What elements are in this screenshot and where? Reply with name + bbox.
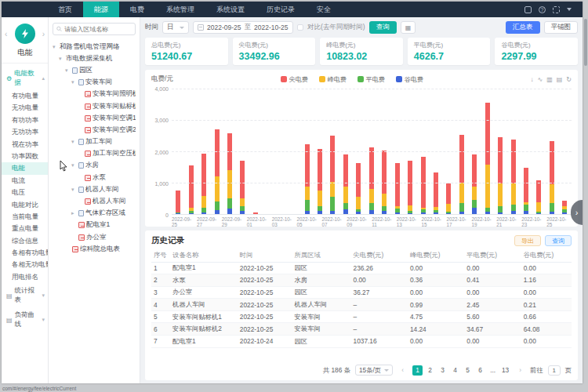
per-page-select[interactable]: 15条/页 xyxy=(355,365,393,376)
tree-caret-icon[interactable]: ▸ xyxy=(71,210,77,216)
menu-section-统计报表[interactable]: ▤统计报表▾ xyxy=(2,283,48,307)
tree-node-园区[interactable]: ▾园区 xyxy=(53,64,136,76)
tree-node-市电数据采集机[interactable]: ▾市电数据采集机 xyxy=(53,53,136,64)
tile-view-button[interactable]: 平铺图 xyxy=(544,21,579,34)
refresh-icon[interactable]: ↻ xyxy=(566,76,572,83)
sidebar-item-视在功率[interactable]: 视在功率 xyxy=(2,139,48,151)
sidebar-item-电压[interactable]: 电压 xyxy=(2,187,48,198)
sidebar-item-重点电量[interactable]: 重点电量 xyxy=(2,223,48,234)
tree-caret-icon[interactable]: ▾ xyxy=(65,67,71,74)
next-page-button[interactable]: › xyxy=(515,365,525,376)
legend-item-峰电费[interactable]: 峰电费 xyxy=(319,75,347,84)
sidebar-item-用电排名[interactable]: 用电排名 xyxy=(2,271,48,283)
tree-caret-icon[interactable]: ▾ xyxy=(71,187,77,193)
module-prev-chevron-icon[interactable]: ‹ xyxy=(5,30,7,38)
table-row[interactable]: 2水泵2022-10-25水房0.000.360.411.16 xyxy=(151,274,572,287)
help-icon[interactable]: ? xyxy=(539,6,546,13)
nav-tab-2[interactable]: 能源 xyxy=(83,2,119,17)
nav-tab-7[interactable]: 安全 xyxy=(306,2,342,17)
tree-node-安装车间[interactable]: ▾安装车间 xyxy=(53,77,136,89)
energy-module-icon[interactable] xyxy=(15,24,35,44)
sidebar-item-各相有功电量[interactable]: 各相有功电量 xyxy=(2,247,48,259)
sidebar-item-无功功率[interactable]: 无功功率 xyxy=(2,126,48,138)
tree-node-机器人车间[interactable]: 机器人车间 xyxy=(53,195,136,207)
page-button-2[interactable]: 2 xyxy=(425,365,435,376)
export-button[interactable]: 导出 xyxy=(514,235,541,246)
tree-caret-icon[interactable]: ▾ xyxy=(71,79,77,85)
tree-node-加工车间空压机[interactable]: 加工车间空压机 xyxy=(53,148,136,160)
page-button-5[interactable]: 5 xyxy=(463,365,473,376)
tree-search[interactable] xyxy=(53,23,136,35)
tree-caret-icon[interactable]: ▾ xyxy=(59,56,64,62)
goto-page-input[interactable] xyxy=(548,365,561,376)
sidebar-item-有功电量[interactable]: 有功电量 xyxy=(2,90,48,102)
tree-search-input[interactable] xyxy=(64,26,132,33)
legend-item-尖电费[interactable]: 尖电费 xyxy=(281,75,308,84)
tree-node-安装车间照明机电表[interactable]: 安装车间照明机电表 xyxy=(53,89,136,100)
menu-section-负荷曲线[interactable]: ▤负荷曲线▾ xyxy=(2,307,48,332)
bar-segment-尖电费 xyxy=(305,144,310,187)
sidebar-item-电能对比[interactable]: 电能对比 xyxy=(2,199,48,211)
tree-node-气体贮存区域[interactable]: ▸气体贮存区域 xyxy=(53,208,136,220)
sidebar-item-电流[interactable]: 电流 xyxy=(2,175,48,187)
table-row[interactable]: 5安装车间贴标机12022-10-25安装车间–4.755.600.66 xyxy=(151,310,572,323)
nav-tab-4[interactable]: 系统管理 xyxy=(155,2,205,17)
page-button-3[interactable]: 3 xyxy=(437,365,448,376)
sidebar-item-功率因数[interactable]: 功率因数 xyxy=(2,151,48,162)
table-row[interactable]: 3办公室2022-10-25园区36.270.000.000.00 xyxy=(151,286,572,299)
fullscreen-icon[interactable] xyxy=(553,6,560,13)
sidebar-item-当前电量[interactable]: 当前电量 xyxy=(2,211,48,223)
tree-node-机器人车间[interactable]: ▾机器人车间 xyxy=(53,183,136,195)
page-button-6[interactable]: 6 xyxy=(475,365,485,376)
module-next-chevron-icon[interactable]: › xyxy=(42,30,45,38)
nav-tab-5[interactable]: 系统设置 xyxy=(205,2,256,17)
tree-node-办公室[interactable]: 办公室 xyxy=(53,231,136,243)
sidebar-item-有功功率[interactable]: 有功功率 xyxy=(2,114,48,126)
tree-caret-icon[interactable]: ▾ xyxy=(53,44,58,50)
sidebar-item-各相无功电量[interactable]: 各相无功电量 xyxy=(2,259,48,270)
sidebar-item-电能[interactable]: 电能 xyxy=(2,162,48,174)
tree-node-安装车间贴标机1[interactable]: 安装车间贴标机1 xyxy=(53,100,136,112)
table-row[interactable]: 7配电室12022-10-24园区1037.160.000.000.00 xyxy=(151,336,572,348)
menu-section-energy-data[interactable]: ⚙ 电能数据 ▴ xyxy=(2,67,48,90)
user-menu-caret-icon[interactable] xyxy=(567,8,572,11)
nav-tab-1[interactable]: 首页 xyxy=(47,2,83,17)
compare-checkbox[interactable] xyxy=(297,24,303,31)
tree-node-配电室1[interactable]: 配电室1 xyxy=(53,220,136,231)
link-icon[interactable] xyxy=(524,6,532,13)
tree-node-安装车间空调2[interactable]: 安装车间空调2 xyxy=(53,124,136,136)
nav-tab-3[interactable]: 电费 xyxy=(119,2,155,17)
page-button-13[interactable]: 13 xyxy=(500,365,510,376)
sidebar-item-综合信息[interactable]: 综合信息 xyxy=(2,235,48,247)
tree-node-和路雪机电管理网络[interactable]: ▾和路雪机电管理网络 xyxy=(53,41,136,53)
line-chart-icon[interactable]: ∿ xyxy=(537,76,543,83)
bar-chart-icon[interactable]: ▥ xyxy=(546,76,553,83)
page-button-4[interactable]: 4 xyxy=(450,365,460,376)
tree-node-综科院总电表[interactable]: 综科院总电表 xyxy=(53,243,136,255)
summary-table-button[interactable]: 汇总表 xyxy=(506,21,540,34)
tree-caret-icon[interactable]: ▾ xyxy=(71,139,77,145)
prev-page-button[interactable]: ‹ xyxy=(397,365,408,376)
scrollbar-thumb[interactable] xyxy=(584,19,587,66)
tree-node-水泵[interactable]: 水泵 xyxy=(53,172,136,183)
table-row[interactable]: 4机器人车间2022-10-25机器人车间–0.992.450.21 xyxy=(151,299,572,311)
query-button[interactable]: 查询 xyxy=(369,21,397,34)
table-row[interactable]: 6安装车间贴标机22022-10-25安装车间–14.2434.6764.08 xyxy=(151,323,572,336)
tree-node-加工车间[interactable]: ▾加工车间 xyxy=(53,136,136,148)
table-row[interactable]: 1配电室12022-10-25园区236.260.000.000.00 xyxy=(151,262,572,274)
legend-item-谷电费[interactable]: 谷电费 xyxy=(396,75,423,84)
tree-node-安装车间空调1[interactable]: 安装车间空调1 xyxy=(53,112,136,124)
download-icon[interactable]: ↓ xyxy=(530,76,533,83)
table-rows-viewport[interactable]: 序号设备名称时间所属区域尖电费(元)峰电费(元)平电费(元)谷电费(元) 1配电… xyxy=(151,249,572,362)
bar-segment-峰电费 xyxy=(201,196,206,208)
export-view-button[interactable]: ▦ xyxy=(401,21,416,34)
legend-item-平电费[interactable]: 平电费 xyxy=(358,75,385,84)
tree-caret-icon[interactable]: ▾ xyxy=(71,162,77,169)
data-view-icon[interactable]: ▤ xyxy=(557,76,563,83)
nav-tab-6[interactable]: 历史记录 xyxy=(256,2,306,17)
table-query-button[interactable]: 查询 xyxy=(545,235,572,246)
page-button-1[interactable]: 1 xyxy=(412,365,423,376)
period-select[interactable]: 日 xyxy=(162,21,189,34)
date-range-picker[interactable]: 2022-09-25 至 2022-10-25 xyxy=(193,21,293,34)
sidebar-item-无功电量[interactable]: 无功电量 xyxy=(2,102,48,114)
